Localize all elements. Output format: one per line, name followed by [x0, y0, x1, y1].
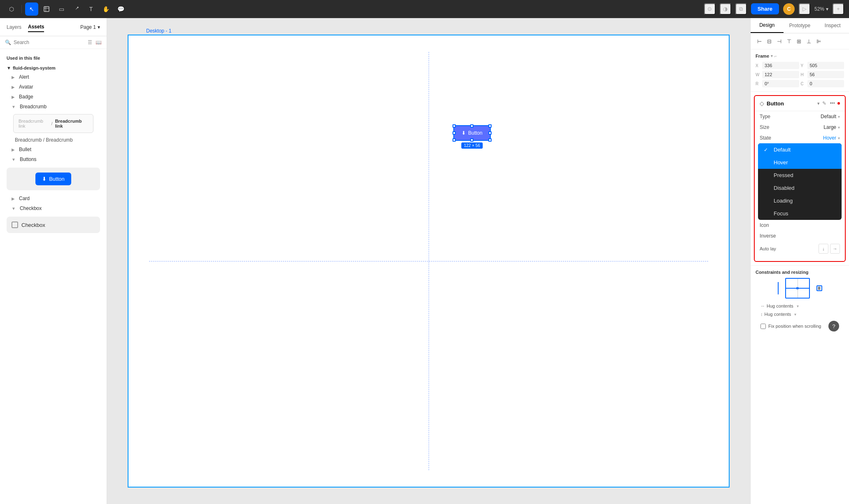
y-input[interactable] [807, 62, 844, 69]
constraints-diagram [756, 278, 844, 299]
checkbox-box [12, 222, 18, 228]
add-btn[interactable]: + [833, 3, 844, 15]
frame-tool-btn[interactable] [40, 2, 53, 16]
book-icon[interactable]: 📖 [96, 40, 102, 45]
collapse-icon: ▼ [7, 65, 11, 70]
tab-prototype[interactable]: Prototype [784, 19, 816, 33]
asset-breadcrumb[interactable]: ▼ Breadcrumb [0, 102, 107, 112]
help-button[interactable]: ? [828, 321, 839, 331]
pen-tool-btn[interactable] [70, 2, 83, 16]
asset-buttons[interactable]: ▼ Buttons [0, 154, 107, 164]
dropdown-item-loading[interactable]: Loading [758, 194, 842, 207]
resize-handle-bl[interactable] [452, 138, 456, 142]
zoom-control[interactable]: 52% ▾ [814, 6, 828, 12]
frame-props: Frame ▾ ⌐ X Y W H [751, 49, 849, 92]
resize-handle-tl[interactable] [452, 124, 456, 128]
resize-handle-br[interactable] [488, 138, 492, 142]
edit-component-icon[interactable]: ✎ [822, 100, 826, 106]
tab-inspect[interactable]: Inspect [816, 19, 849, 33]
list-icon[interactable]: ☰ [88, 40, 92, 45]
checkbox-preview-label: Checkbox [21, 222, 45, 228]
asset-checkbox[interactable]: ▼ Checkbox [0, 203, 107, 213]
contrast-btn[interactable]: ◑ [720, 3, 731, 15]
dropdown-item-default[interactable]: ✓ Default [758, 143, 842, 156]
dropdown-item-hover[interactable]: Hover [758, 156, 842, 169]
al-down-btn[interactable]: ↓ [819, 244, 828, 254]
hug-2-chevron-icon[interactable]: ▾ [794, 312, 796, 317]
align-right-icon[interactable]: ⊣ [774, 37, 784, 46]
align-center-v-icon[interactable]: ⊞ [794, 37, 803, 46]
dropdown-item-pressed[interactable]: Pressed [758, 169, 842, 182]
tab-layers[interactable]: Layers [7, 23, 21, 32]
component-dot [837, 102, 840, 105]
diamond-icon: ◇ [760, 100, 764, 107]
align-left-icon[interactable]: ⊢ [755, 37, 764, 46]
layers-btn[interactable]: ⧉ [735, 3, 747, 15]
comment-tool-btn[interactable]: 💬 [114, 2, 127, 16]
asset-badge[interactable]: ▶ Badge [0, 92, 107, 102]
h-input[interactable] [807, 71, 844, 78]
asset-bullet[interactable]: ▶ Bullet [0, 145, 107, 154]
search-input[interactable] [14, 40, 85, 45]
w-input[interactable] [762, 71, 799, 78]
checkbox-item[interactable]: Checkbox [7, 217, 100, 233]
al-right-btn[interactable]: → [830, 244, 840, 254]
c-input[interactable] [807, 80, 844, 87]
asset-breadcrumb-sub[interactable]: Breadcrumb / Breadcrumb [0, 135, 107, 145]
align-top-icon[interactable]: ⊤ [784, 37, 793, 46]
component-icon-btn[interactable]: ⬡ [5, 2, 18, 16]
resize-handle-bm[interactable] [470, 138, 473, 142]
state-value-control[interactable]: Hover ▾ [784, 135, 840, 141]
resize-handle-tr[interactable] [488, 124, 492, 128]
shape-tool-btn[interactable]: ▭ [55, 2, 68, 16]
prop-icon: Icon [755, 220, 845, 231]
resize-handle-mr[interactable] [488, 131, 492, 135]
resize-handle-tm[interactable] [470, 124, 473, 128]
present-btn[interactable]: ▷ [799, 3, 810, 15]
distribute-icon[interactable]: ⊫ [814, 37, 823, 46]
dropdown-item-focus[interactable]: Focus [758, 207, 842, 220]
more-options-icon[interactable]: ••• [830, 100, 835, 106]
align-center-h-icon[interactable]: ⊟ [765, 37, 774, 46]
tab-design[interactable]: Design [751, 18, 784, 33]
size-value-control[interactable]: Large ▾ [784, 124, 840, 130]
arrow-icon: ▶ [12, 147, 15, 152]
asset-alert[interactable]: ▶ Alert [0, 72, 107, 82]
fix-scroll-checkbox[interactable] [760, 324, 766, 329]
mask-btn[interactable]: ⊙ [704, 3, 716, 15]
constraints-section: Constraints and resizing [751, 265, 849, 338]
corner-radius-icon[interactable]: ⌐ [774, 54, 777, 58]
section-used-in-file[interactable]: Used in this file [0, 52, 107, 62]
page-selector[interactable]: Page 1 ▾ [80, 24, 100, 30]
main-area: Layers Assets Page 1 ▾ 🔍 ☰ 📖 Used in thi… [0, 18, 849, 504]
align-bottom-icon[interactable]: ⊥ [804, 37, 813, 46]
prop-h: H [801, 71, 844, 78]
avatar[interactable]: C [783, 3, 795, 15]
dropdown-item-disabled[interactable]: Disabled [758, 182, 842, 194]
hand-tool-btn[interactable]: ✋ [99, 2, 112, 16]
chevron-down-icon: ▾ [817, 101, 820, 106]
button-asset[interactable]: ⬇ Button [35, 173, 71, 185]
select-tool-btn[interactable]: ↖ [25, 2, 38, 16]
tab-assets[interactable]: Assets [28, 22, 44, 32]
hug-1-chevron-icon[interactable]: ▾ [797, 304, 799, 308]
text-tool-btn[interactable]: T [84, 2, 98, 16]
canvas[interactable]: Desktop - 1 ⬇ Button [107, 18, 750, 504]
asset-card[interactable]: ▶ Card [0, 194, 107, 203]
canvas-button-selected[interactable]: ⬇ Button [453, 125, 491, 141]
share-button[interactable]: Share [751, 3, 779, 14]
section-fluid-design-system[interactable]: ▼ fluid-design-system [0, 62, 107, 72]
type-label: Type [760, 114, 784, 119]
type-value-control[interactable]: Default ▾ [784, 114, 840, 119]
button-asset-wrap: ⬇ Button [7, 168, 100, 190]
r-input[interactable] [762, 80, 799, 87]
breadcrumb-preview[interactable]: Breadcrumb link / Breadcrumb link [13, 114, 93, 133]
state-dropdown: ✓ Default Hover Pressed Disabled L [758, 143, 842, 220]
component-name: Button [767, 100, 815, 107]
x-input[interactable] [762, 62, 799, 69]
asset-avatar[interactable]: ▶ Avatar [0, 82, 107, 92]
resize-handle-ml[interactable] [452, 131, 456, 135]
left-constraint-bar [778, 282, 779, 294]
inverse-label: Inverse [760, 233, 784, 239]
constraints-label: Constraints and resizing [756, 270, 844, 275]
